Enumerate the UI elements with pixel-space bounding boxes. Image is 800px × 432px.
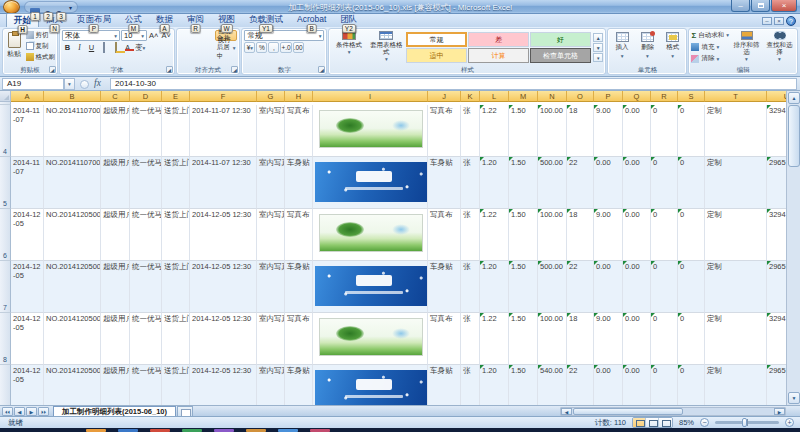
column-header-R[interactable]: R: [651, 91, 678, 102]
paste-button[interactable]: 粘贴: [5, 30, 24, 64]
cell-O6[interactable]: 18: [567, 209, 594, 261]
cell-H4[interactable]: 写真布: [285, 105, 313, 157]
tab-视图[interactable]: 视图W: [211, 13, 242, 27]
cell-R5[interactable]: 0: [651, 157, 678, 209]
cell-U5[interactable]: 2965: [767, 157, 786, 209]
cell-style-check[interactable]: 检查单元格: [530, 48, 591, 63]
find-select-button[interactable]: 查找和选择▾: [764, 30, 795, 64]
taskbar-item[interactable]: [182, 429, 202, 432]
cell-N7[interactable]: 500.00: [538, 261, 567, 313]
cell-P4[interactable]: 9.00: [594, 105, 623, 157]
cell-B7[interactable]: NO.201412050001: [44, 261, 101, 313]
cell-Q7[interactable]: 0.00: [623, 261, 651, 313]
gallery-down-button[interactable]: ▼: [593, 43, 603, 52]
cell-Q8[interactable]: 0.00: [623, 313, 651, 365]
cell-R7[interactable]: 0: [651, 261, 678, 313]
format-cells-button[interactable]: 格式▾: [661, 30, 684, 64]
insert-cells-button[interactable]: 插入▾: [610, 30, 633, 64]
cell-M4[interactable]: 1.50: [509, 105, 538, 157]
cell-E7[interactable]: 送货上门: [162, 261, 190, 313]
cell-P6[interactable]: 9.00: [594, 209, 623, 261]
cell-N4[interactable]: 100.00: [538, 105, 567, 157]
taskbar-item[interactable]: [150, 429, 170, 432]
column-header-C[interactable]: C: [101, 91, 130, 102]
workbook-close-button[interactable]: ×: [774, 17, 784, 25]
cell-A6[interactable]: 2014-12-05: [11, 209, 44, 261]
copy-button[interactable]: 复制: [26, 41, 56, 51]
cell-H8[interactable]: 写真布: [285, 313, 313, 365]
prev-sheet-button[interactable]: ◀: [14, 407, 25, 416]
format-as-table-button[interactable]: 套用表格格式 ▾: [369, 30, 404, 64]
cell-S5[interactable]: 0: [678, 157, 705, 209]
cell-R9[interactable]: 0: [651, 365, 678, 405]
cell-E6[interactable]: 送货上门: [162, 209, 190, 261]
cell-U9[interactable]: 2965: [767, 365, 786, 405]
tab-团队[interactable]: 团队Y2: [333, 13, 364, 27]
cell-U4[interactable]: 3294: [767, 105, 786, 157]
cell-R6[interactable]: 0: [651, 209, 678, 261]
minimize-button[interactable]: –: [731, 0, 750, 12]
font-dialog-launcher[interactable]: ◢: [166, 66, 173, 73]
cell-K9[interactable]: 张: [461, 365, 480, 405]
column-header-B[interactable]: B: [44, 91, 101, 102]
cell-Q4[interactable]: 0.00: [623, 105, 651, 157]
name-box[interactable]: A19: [2, 78, 64, 90]
row-header-7[interactable]: 7: [0, 261, 11, 313]
sheet-tab-active[interactable]: 加工制作明细列表(2015-06_10): [53, 406, 176, 417]
column-header-J[interactable]: J: [428, 91, 461, 102]
comma-format-button[interactable]: ,: [268, 42, 279, 53]
cell-U6[interactable]: 3294: [767, 209, 786, 261]
horizontal-scroll-thumb[interactable]: [573, 408, 683, 415]
cell-style-bad[interactable]: 差: [468, 32, 529, 47]
row-header-9[interactable]: 9: [0, 365, 11, 405]
cell-S9[interactable]: 0: [678, 365, 705, 405]
cell-F9[interactable]: 2014-12-05 12:30: [190, 365, 257, 405]
scroll-up-button[interactable]: ▲: [788, 92, 800, 104]
cell-T5[interactable]: 定制: [705, 157, 767, 209]
last-sheet-button[interactable]: ⏵⏵: [38, 407, 49, 416]
cell-F8[interactable]: 2014-12-05 12:30: [190, 313, 257, 365]
cell-B5[interactable]: NO.201411070001: [44, 157, 101, 209]
column-header-S[interactable]: S: [678, 91, 705, 102]
fill-color-button[interactable]: [110, 42, 121, 53]
tab-审阅[interactable]: 审阅R: [180, 13, 211, 27]
cell-D9[interactable]: 统一优马特: [130, 365, 162, 405]
scroll-right-button[interactable]: ▶: [774, 408, 785, 415]
taskbar-item[interactable]: [246, 429, 266, 432]
cell-A9[interactable]: 2014-12-05: [11, 365, 44, 405]
borders-button[interactable]: [98, 42, 109, 53]
column-header-K[interactable]: K: [461, 91, 480, 102]
cell-M8[interactable]: 1.50: [509, 313, 538, 365]
cell-I6[interactable]: [313, 209, 428, 261]
decrease-decimal-button[interactable]: .00: [293, 42, 304, 53]
taskbar-item[interactable]: [86, 429, 106, 432]
bold-button[interactable]: B: [62, 42, 73, 53]
cell-M9[interactable]: 1.50: [509, 365, 538, 405]
cell-C6[interactable]: 超级用户: [101, 209, 130, 261]
column-header-L[interactable]: L: [480, 91, 509, 102]
cell-R4[interactable]: 0: [651, 105, 678, 157]
row-header-8[interactable]: 8: [0, 313, 11, 365]
cell-O8[interactable]: 18: [567, 313, 594, 365]
cell-D5[interactable]: 统一优马特: [130, 157, 162, 209]
cell-H9[interactable]: 车身贴: [285, 365, 313, 405]
cell-D8[interactable]: 统一优马特: [130, 313, 162, 365]
column-header-Q[interactable]: Q: [623, 91, 651, 102]
insert-worksheet-button[interactable]: [177, 406, 193, 416]
cell-T4[interactable]: 定制: [705, 105, 767, 157]
cell-G6[interactable]: 室内写真: [257, 209, 285, 261]
column-header-P[interactable]: P: [594, 91, 623, 102]
cell-P5[interactable]: 0.00: [594, 157, 623, 209]
cell-J9[interactable]: 车身贴: [428, 365, 461, 405]
sort-filter-button[interactable]: 排序和筛选▾: [731, 30, 762, 64]
cell-B8[interactable]: NO.201412050002: [44, 313, 101, 365]
row-header-6[interactable]: 6: [0, 209, 11, 261]
cell-J6[interactable]: 写真布: [428, 209, 461, 261]
cell-S4[interactable]: 0: [678, 105, 705, 157]
tab-Acrobat[interactable]: AcrobatB: [290, 13, 333, 27]
percent-format-button[interactable]: %: [256, 42, 267, 53]
view-page-layout-button[interactable]: [646, 418, 659, 427]
autosum-button[interactable]: Σ自动求和▾: [691, 30, 729, 41]
column-header-I[interactable]: I: [313, 91, 428, 102]
cell-M5[interactable]: 1.50: [509, 157, 538, 209]
